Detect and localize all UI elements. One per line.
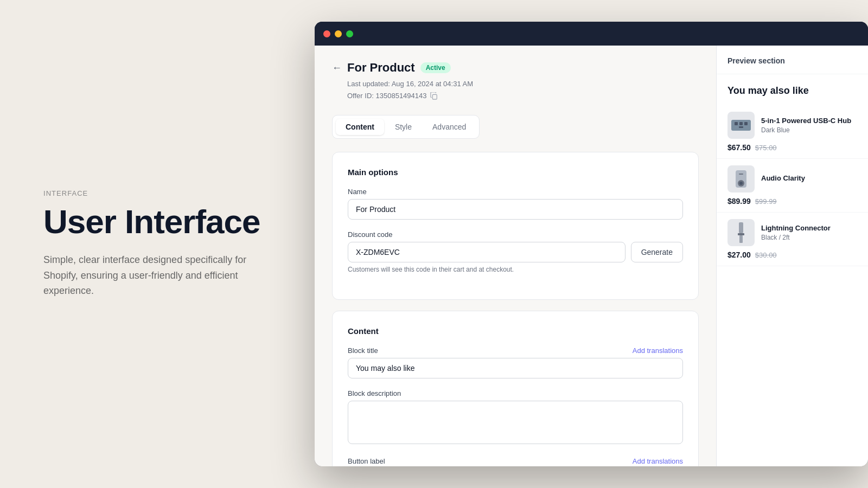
svg-rect-0 [432,95,437,100]
discount-row: Generate [348,242,683,262]
block-title-label: Block title [348,346,378,355]
last-updated: Last updated: Aug 16, 2024 at 04:31 AM [347,78,699,90]
traffic-light-yellow[interactable] [335,30,342,37]
back-button[interactable]: ← [332,62,342,74]
block-description-label: Block description [348,389,401,397]
audio-clarity-icon [733,168,749,190]
tab-style[interactable]: Style [385,119,422,135]
product-3-top: Lightning Connector Black / 2ft [727,219,857,246]
name-input[interactable] [348,199,683,220]
product-3-thumbnail [727,219,755,246]
discount-field-group: Discount code Generate Customers will se… [348,230,683,273]
svg-rect-11 [738,233,744,235]
offer-id-text: Offer ID: 1350851494143 [347,90,427,102]
preview-product-3: Lightning Connector Black / 2ft $27.00 $… [717,213,868,266]
name-label: Name [348,188,683,196]
page-title: For Product [347,61,415,75]
traffic-light-green[interactable] [346,30,353,37]
offer-id-row: Offer ID: 1350851494143 [347,90,699,102]
copy-icon[interactable] [430,92,438,100]
discount-hint: Customers will see this code in their ca… [348,266,683,273]
preview-header: Preview section [717,46,868,74]
block-description-label-row: Block description [348,389,683,397]
page-header: ← For Product Active Last updated: Aug 1… [332,61,699,102]
preview-product-2: Audio Clarity $89.99 $99.99 [717,159,868,213]
svg-rect-2 [735,122,738,125]
description-text: Simple, clear interface designed specifi… [43,252,271,299]
browser-content: ← For Product Active Last updated: Aug 1… [315,46,868,466]
browser-window: ← For Product Active Last updated: Aug 1… [315,22,868,466]
product-2-info: Audio Clarity [761,174,857,184]
tab-content[interactable]: Content [336,119,384,135]
product-1-variant: Dark Blue [761,126,857,134]
status-badge: Active [420,62,451,73]
app-main: ← For Product Active Last updated: Aug 1… [315,46,716,466]
block-title-field-group: Block title Add translations [348,346,683,378]
button-label-label: Button label [348,457,385,465]
product-1-price-current: $67.50 [727,143,751,152]
discount-code-input[interactable] [348,242,626,262]
block-title-input[interactable] [348,358,683,378]
block-title-add-translations[interactable]: Add translations [633,346,683,355]
svg-rect-4 [744,122,748,125]
product-1-name: 5-in-1 Powered USB-C Hub [761,117,857,126]
traffic-light-red[interactable] [323,30,330,37]
product-3-variant: Black / 2ft [761,234,857,241]
product-2-thumbnail [727,165,755,192]
product-2-price-original: $99.99 [755,197,777,206]
preview-panel: Preview section You may also like [716,46,868,466]
product-1-thumbnail [727,112,755,139]
preview-section-title: You may also like [717,74,868,105]
left-panel: INTERFACE User Interface Simple, clear i… [0,157,315,331]
main-options-card: Main options Name Discount code Generate [332,152,699,300]
button-label-label-row: Button label Add translations [348,457,683,465]
svg-rect-3 [739,122,743,125]
main-heading: User Interface [43,204,271,239]
product-1-info: 5-in-1 Powered USB-C Hub Dark Blue [761,117,857,134]
generate-button[interactable]: Generate [631,242,683,262]
svg-rect-12 [739,235,743,243]
product-3-price-current: $27.00 [727,251,751,259]
button-label-add-translations[interactable]: Add translations [633,457,683,465]
usb-hub-icon [730,117,752,134]
svg-rect-10 [739,222,743,233]
product-2-pricing: $89.99 $99.99 [727,197,857,206]
traffic-lights [323,30,353,37]
name-field-group: Name [348,188,683,220]
product-1-top: 5-in-1 Powered USB-C Hub Dark Blue [727,112,857,139]
product-1-pricing: $67.50 $75.00 [727,143,857,152]
main-options-title: Main options [348,168,683,177]
browser-titlebar [315,22,868,46]
block-description-field-group: Block description [348,389,683,446]
product-1-price-original: $75.00 [755,144,777,152]
page-meta: Last updated: Aug 16, 2024 at 04:31 AM O… [347,78,699,102]
product-2-top: Audio Clarity [727,165,857,192]
product-2-name: Audio Clarity [761,174,857,183]
product-3-price-original: $30.00 [755,251,777,259]
product-3-name: Lightning Connector [761,224,857,233]
back-row: ← For Product Active [332,61,699,75]
svg-point-8 [739,182,743,185]
button-label-field-group: Button label Add translations [348,457,683,465]
lightning-connector-icon [735,221,748,244]
product-3-pricing: $27.00 $30.00 [727,251,857,259]
svg-rect-9 [739,174,743,175]
svg-rect-5 [739,126,743,128]
tabs-bar: Content Style Advanced [332,115,480,139]
block-description-input[interactable] [348,401,683,444]
product-3-info: Lightning Connector Black / 2ft [761,224,857,242]
content-card: Content Block title Add translations Blo… [332,311,699,466]
discount-label: Discount code [348,230,683,239]
tab-advanced[interactable]: Advanced [423,119,476,135]
product-2-price-current: $89.99 [727,197,751,206]
content-section-title: Content [348,326,683,336]
category-label: INTERFACE [43,189,271,197]
block-title-label-row: Block title Add translations [348,346,683,355]
preview-product-1: 5-in-1 Powered USB-C Hub Dark Blue $67.5… [717,105,868,159]
